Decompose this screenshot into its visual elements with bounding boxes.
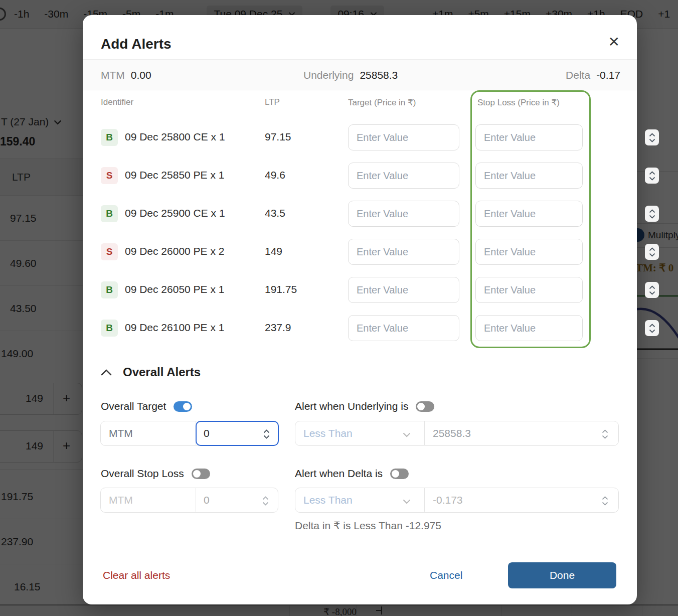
stop-loss-price-input[interactable]: [475, 239, 583, 265]
overall-stoploss-label-row: Overall Stop Loss: [101, 468, 210, 480]
delta-alert-value[interactable]: -0.173: [433, 494, 463, 506]
overall-target-input-group: MTM 0: [100, 421, 278, 446]
chevron-down-icon: [403, 430, 411, 435]
target-price-input[interactable]: [348, 277, 459, 303]
underlying-condition-select[interactable]: Less Than: [303, 427, 353, 439]
target-metric-label: MTM: [109, 427, 133, 439]
delta-helper-text: Delta in ₹ is Less Than -12.975: [295, 520, 441, 532]
stepper-icon[interactable]: [260, 426, 273, 442]
instrument-name: 09 Dec 26100 PE x 1: [125, 322, 224, 334]
stop-loss-price-input[interactable]: [475, 315, 583, 341]
overall-target-label: Overall Target: [101, 400, 166, 412]
stop-loss-price-input[interactable]: [475, 124, 583, 150]
overall-target-label-row: Overall Target: [101, 400, 192, 412]
mtm-stat-value: 0.00: [131, 69, 151, 81]
cancel-button[interactable]: Cancel: [430, 569, 462, 581]
stepper-icon[interactable]: [645, 244, 659, 260]
ltp-value: 149: [265, 245, 282, 257]
underlying-alert-label-row: Alert when Underlying is: [295, 400, 434, 412]
alert-row: S 09 Dec 26000 PE x 2 149: [83, 239, 637, 265]
target-price-input[interactable]: [348, 163, 459, 189]
underlying-alert-input-group: Less Than 25858.3: [295, 421, 619, 446]
overall-stoploss-label: Overall Stop Loss: [101, 468, 184, 480]
target-price-input[interactable]: [348, 239, 459, 265]
delta-alert-label: Alert when Delta is: [295, 468, 383, 480]
side-badge: S: [101, 243, 118, 260]
underlying-stat: Underlying 25858.3: [303, 60, 398, 91]
overall-alerts-section-header: Overall Alerts: [101, 365, 201, 379]
stoploss-metric-label: MTM: [109, 494, 133, 506]
stepper-icon[interactable]: [598, 493, 611, 509]
chevron-up-icon[interactable]: [101, 369, 112, 376]
instrument-name: 09 Dec 26050 PE x 1: [125, 283, 224, 295]
stepper-icon[interactable]: [645, 129, 659, 145]
close-icon[interactable]: ✕: [608, 35, 620, 49]
ltp-value: 43.5: [265, 207, 285, 219]
stepper-icon[interactable]: [645, 320, 659, 336]
delta-alert-input-group: Less Than -0.173: [295, 488, 619, 513]
alert-row: S 09 Dec 25850 PE x 1 49.6: [83, 163, 637, 189]
overall-target-value-field[interactable]: 0: [196, 421, 279, 446]
delta-condition-select[interactable]: Less Than: [303, 494, 353, 506]
column-header-target: Target (Price in ₹): [348, 97, 416, 108]
overall-target-value: 0: [204, 427, 210, 439]
toggle-knob: [183, 403, 191, 410]
stepper-icon[interactable]: [259, 493, 272, 509]
overall-stoploss-value[interactable]: 0: [204, 494, 210, 506]
ltp-value: 237.9: [265, 322, 291, 334]
underlying-alert-value[interactable]: 25858.3: [433, 427, 471, 439]
overall-alerts-title: Overall Alerts: [123, 365, 201, 379]
stop-loss-price-input[interactable]: [475, 201, 583, 227]
side-badge: B: [101, 129, 118, 146]
column-header-stop-loss: Stop Loss (Price in ₹): [477, 97, 560, 108]
stop-loss-price-input[interactable]: [475, 277, 583, 303]
instrument-name: 09 Dec 26000 PE x 2: [125, 245, 224, 257]
mtm-stat: MTM 0.00: [101, 60, 151, 91]
stepper-icon[interactable]: [645, 206, 659, 222]
underlying-alert-label: Alert when Underlying is: [295, 400, 408, 412]
ltp-value: 97.15: [265, 131, 291, 143]
delta-stat-label: Delta: [566, 69, 590, 81]
delta-stat: Delta -0.17: [566, 60, 620, 91]
delta-alert-label-row: Alert when Delta is: [295, 468, 409, 480]
overall-stoploss-toggle[interactable]: [192, 469, 210, 479]
underlying-stat-value: 25858.3: [360, 69, 398, 81]
divider: [424, 421, 425, 445]
stepper-icon[interactable]: [645, 282, 659, 298]
stop-loss-price-input[interactable]: [475, 163, 583, 189]
ltp-value: 191.75: [265, 283, 297, 295]
chevron-down-icon: [403, 497, 411, 502]
toggle-knob: [193, 470, 201, 478]
stepper-icon[interactable]: [598, 426, 611, 442]
alert-row: B 09 Dec 26050 PE x 1 191.75: [83, 277, 637, 303]
alert-row: B 09 Dec 25800 CE x 1 97.15: [83, 124, 637, 150]
dialog-title: Add Alerts: [101, 36, 172, 52]
alert-row: B 09 Dec 26100 PE x 1 237.9: [83, 315, 637, 341]
divider: [196, 488, 196, 512]
instrument-name: 09 Dec 25900 CE x 1: [125, 207, 225, 219]
target-price-input[interactable]: [348, 124, 459, 150]
overall-target-toggle[interactable]: [174, 401, 192, 412]
target-price-input[interactable]: [348, 201, 459, 227]
toggle-knob: [417, 403, 425, 410]
underlying-alert-toggle[interactable]: [416, 401, 434, 412]
clear-all-alerts-button[interactable]: Clear all alerts: [103, 569, 170, 581]
target-price-input[interactable]: [348, 315, 459, 341]
column-header-ltp: LTP: [265, 97, 280, 107]
toggle-knob: [392, 470, 399, 478]
side-badge: B: [101, 320, 118, 337]
instrument-name: 09 Dec 25800 CE x 1: [125, 131, 225, 143]
divider: [424, 488, 425, 512]
ltp-value: 49.6: [265, 169, 285, 181]
side-badge: S: [101, 167, 118, 184]
done-button[interactable]: Done: [508, 562, 616, 588]
mtm-stat-label: MTM: [101, 69, 125, 81]
stepper-icon[interactable]: [645, 168, 659, 184]
alert-row: B 09 Dec 25900 CE x 1 43.5: [83, 201, 637, 227]
side-badge: B: [101, 205, 118, 222]
delta-alert-toggle[interactable]: [390, 469, 409, 479]
instrument-name: 09 Dec 25850 PE x 1: [125, 169, 224, 181]
delta-stat-value: -0.17: [596, 69, 620, 81]
overall-stoploss-input-group: MTM 0: [100, 488, 278, 513]
side-badge: B: [101, 281, 118, 298]
